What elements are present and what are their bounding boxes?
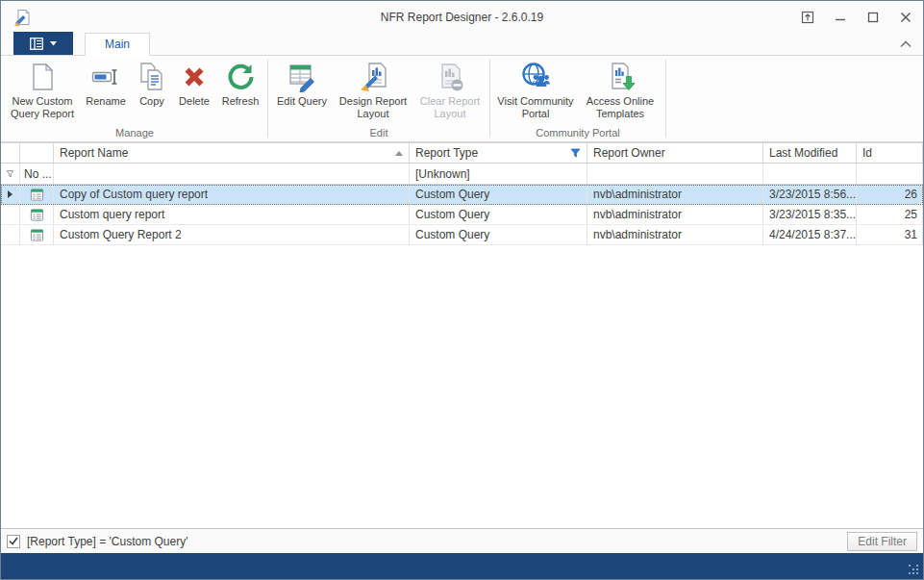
reports-grid: Report Name Report Type Report Owner Las…: [1, 142, 923, 528]
cell-last-modified: 3/23/2015 8:35...: [763, 205, 857, 224]
close-icon[interactable]: [896, 9, 915, 26]
delete-icon: [179, 62, 210, 92]
filter-cell-report-owner[interactable]: [587, 164, 763, 184]
new-document-icon: [27, 62, 58, 92]
app-menu-icon: [30, 38, 45, 50]
grid-header-row: Report Name Report Type Report Owner Las…: [1, 142, 923, 164]
cell-report-type: Custom Query: [410, 225, 587, 244]
tab-main[interactable]: Main: [85, 33, 150, 56]
filter-cell-id[interactable]: [857, 164, 923, 184]
check-icon: [9, 537, 18, 545]
cell-report-owner: nvb\administrator: [587, 225, 763, 244]
group-caption-manage: Manage: [5, 126, 264, 141]
ribbon: New Custom Query Report Rename: [1, 56, 923, 142]
resize-grip-icon[interactable]: [909, 565, 911, 567]
cell-report-name: Custom Query Report 2: [54, 225, 410, 244]
ribbon-group-manage: New Custom Query Report Rename: [3, 56, 266, 141]
delete-button[interactable]: Delete: [172, 58, 216, 108]
expand-window-icon[interactable]: [798, 9, 817, 26]
filter-row-funnel-icon: [1, 164, 20, 184]
report-table-icon: [20, 185, 54, 204]
cell-id: 25: [857, 205, 923, 224]
edit-query-button[interactable]: Edit Query: [271, 58, 333, 108]
group-caption-community-portal: Community Portal: [493, 126, 662, 141]
ribbon-tab-row: Main: [1, 33, 923, 56]
cell-report-owner: nvb\administrator: [587, 185, 763, 204]
cell-last-modified: 4/24/2015 8:37...: [763, 225, 857, 244]
column-header-report-owner[interactable]: Report Owner: [587, 143, 763, 163]
new-custom-query-report-button[interactable]: New Custom Query Report: [5, 58, 80, 120]
filter-cell-report-type[interactable]: [Unknown]: [410, 164, 587, 184]
ribbon-group-edit: Edit Query Des: [269, 56, 488, 141]
cell-id: 31: [857, 225, 923, 244]
copy-icon: [137, 62, 167, 92]
community-globe-icon: [520, 62, 551, 92]
header-icon-cell: [20, 143, 54, 163]
ribbon-group-community-portal: Visit Community Portal Acce: [491, 56, 664, 141]
minimize-icon[interactable]: [831, 9, 850, 26]
filter-enabled-checkbox[interactable]: [7, 535, 20, 548]
header-indicator-cell: [1, 143, 20, 163]
clear-report-layout-icon: [435, 62, 465, 92]
copy-button[interactable]: Copy: [132, 58, 172, 108]
report-table-icon: [20, 225, 54, 244]
ribbon-collapse-chevron-icon[interactable]: [898, 38, 913, 51]
table-row[interactable]: Custom query report Custom Query nvb\adm…: [1, 205, 923, 225]
row-indicator-cell: [1, 205, 20, 224]
funnel-filter-icon[interactable]: [570, 148, 581, 159]
window-title: NFR Report Designer - 2.6.0.19: [1, 11, 923, 24]
report-table-icon: [20, 205, 54, 224]
cell-report-type: Custom Query: [410, 185, 587, 204]
cell-report-name: Custom query report: [54, 205, 410, 224]
group-caption-edit: Edit: [271, 126, 487, 141]
cell-id: 26: [857, 185, 923, 204]
cell-report-owner: nvb\administrator: [587, 205, 763, 224]
edit-filter-button[interactable]: Edit Filter: [847, 532, 917, 551]
design-report-layout-button[interactable]: Design Report Layout: [333, 58, 413, 120]
refresh-icon: [225, 62, 256, 92]
access-online-templates-button[interactable]: Access Online Templates: [578, 58, 662, 120]
table-row[interactable]: Custom Query Report 2 Custom Query nvb\a…: [1, 225, 923, 245]
column-header-report-name[interactable]: Report Name: [54, 143, 410, 163]
status-bar: [1, 553, 923, 579]
grid-filter-row: No ... [Unknown]: [1, 164, 923, 185]
cell-report-name: Copy of Custom query report: [54, 185, 410, 204]
app-logo-icon: [12, 8, 32, 27]
app-menu-button[interactable]: [13, 32, 73, 55]
filter-expression: [Report Type] = 'Custom Query': [27, 535, 187, 548]
row-focus-arrow-icon: [1, 185, 20, 204]
filter-cell-report-name[interactable]: [54, 164, 410, 184]
column-header-id[interactable]: Id: [857, 143, 923, 163]
title-bar: NFR Report Designer - 2.6.0.19: [1, 1, 923, 33]
visit-community-portal-button[interactable]: Visit Community Portal: [493, 58, 578, 120]
ribbon-group-separator: [665, 60, 666, 138]
edit-query-icon: [287, 62, 317, 92]
cell-report-type: Custom Query: [410, 205, 587, 224]
app-window: NFR Report Designer - 2.6.0.19: [0, 0, 924, 580]
filter-cell-last-modified[interactable]: [763, 164, 857, 184]
design-report-layout-icon: [358, 62, 388, 92]
rename-icon: [90, 62, 121, 92]
rename-button[interactable]: Rename: [80, 58, 132, 108]
column-header-report-type[interactable]: Report Type: [410, 143, 587, 163]
refresh-button[interactable]: Refresh: [216, 58, 264, 108]
filter-cell-icon-column[interactable]: No ...: [20, 164, 54, 184]
grid-empty-area: [1, 245, 923, 528]
column-header-last-modified[interactable]: Last Modified: [763, 143, 857, 163]
sort-ascending-icon: [395, 151, 403, 156]
dropdown-caret-icon: [50, 41, 57, 46]
maximize-icon[interactable]: [863, 9, 883, 26]
table-row[interactable]: Copy of Custom query report Custom Query…: [1, 185, 923, 205]
ribbon-group-separator: [267, 60, 268, 138]
cell-last-modified: 3/23/2015 8:56...: [763, 185, 857, 204]
filter-panel: [Report Type] = 'Custom Query' Edit Filt…: [1, 528, 923, 553]
download-templates-icon: [605, 62, 636, 92]
ribbon-group-separator: [489, 60, 490, 138]
window-controls: [798, 9, 915, 26]
clear-report-layout-button[interactable]: Clear Report Layout: [413, 58, 487, 120]
row-indicator-cell: [1, 225, 20, 244]
